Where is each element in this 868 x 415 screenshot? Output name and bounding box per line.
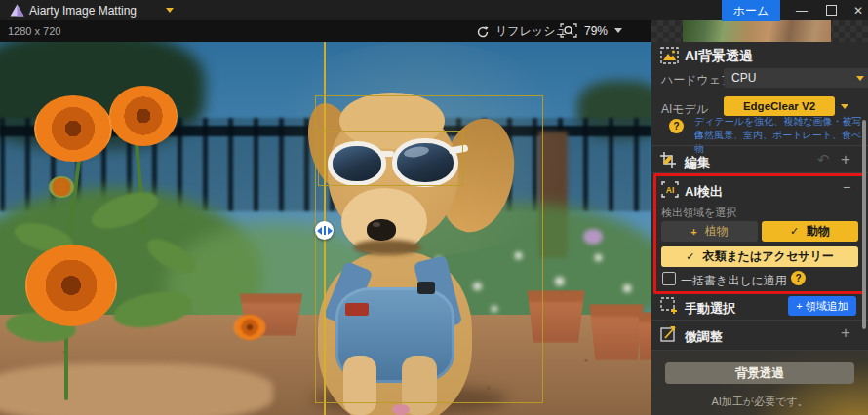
purple-flower: [583, 229, 603, 245]
chevron-down-icon: [856, 76, 864, 81]
zoom-chevron-icon: [614, 28, 622, 33]
compare-slider-handle[interactable]: [315, 221, 334, 240]
ai-model-chevron-icon[interactable]: [841, 104, 848, 109]
canvas-toolbar: 1280 x 720 リフレッシュ 79%: [0, 20, 651, 42]
edit-add-icon[interactable]: +: [841, 150, 850, 170]
plant-label: 植物: [705, 223, 729, 240]
zoom-magnifier-icon: [560, 23, 577, 38]
panel-title-bg-transparent: AI背景透過: [685, 48, 753, 65]
app-title: Aiarty Image Matting: [29, 4, 137, 18]
refresh-label: リフレッシュ: [495, 23, 568, 40]
plus-icon: +: [690, 226, 696, 238]
orange-flower: [25, 245, 117, 326]
handle-left-arrow-icon: [317, 227, 322, 235]
animal-label: 動物: [807, 223, 830, 240]
terracotta-pot: [638, 312, 651, 360]
model-help-icon[interactable]: ?: [669, 119, 684, 133]
handle-right-arrow-icon: [328, 227, 333, 235]
detect-animal-button[interactable]: ✓ 動物: [762, 221, 858, 242]
terracotta-pot: [587, 304, 646, 360]
app-window: Aiarty Image Matting ホーム — ✕ 1280 x 720 …: [0, 0, 868, 415]
maximize-icon: [826, 5, 837, 16]
minimize-button[interactable]: —: [790, 0, 813, 20]
undo-icon[interactable]: ↶: [817, 151, 830, 169]
fine-tune-add-icon[interactable]: +: [841, 323, 850, 343]
batch-export-label: 一括書き出しに適用: [681, 273, 787, 289]
svg-text:AI: AI: [666, 185, 675, 195]
ai-bg-transparent-icon: [660, 47, 679, 64]
title-menu-chevron-icon[interactable]: [166, 8, 174, 13]
refresh-icon: [476, 25, 490, 39]
section-title-manual-select: 手動選択: [685, 300, 735, 318]
image-dimensions: 1280 x 720: [8, 25, 60, 37]
detection-box-accessory[interactable]: [318, 131, 463, 186]
zoom-control[interactable]: 79%: [560, 23, 622, 38]
hardware-select[interactable]: CPU: [724, 68, 868, 88]
detect-plant-button[interactable]: + 植物: [661, 221, 758, 242]
section-title-ai-detect: AI検出: [685, 183, 723, 201]
edit-crop-icon: [659, 151, 678, 169]
manual-select-icon: [660, 297, 679, 315]
add-region-button[interactable]: + 領域追加: [788, 296, 856, 316]
handle-bar-icon: [324, 226, 326, 235]
hardware-label: ハードウェア: [661, 72, 732, 89]
batch-export-checkbox[interactable]: [662, 272, 676, 285]
title-bar: Aiarty Image Matting ホーム — ✕: [0, 0, 868, 20]
hardware-value: CPU: [731, 71, 756, 85]
divider: [651, 320, 868, 321]
batch-help-icon[interactable]: ?: [791, 271, 806, 285]
check-icon: ✓: [686, 250, 694, 263]
image-thumbnail-strip[interactable]: [651, 20, 868, 42]
puppy-paw-detail: [392, 404, 410, 415]
orange-flower: [109, 86, 178, 146]
right-sidebar: AI背景透過 ハードウェア CPU AIモデル EdgeClear V2 ? デ…: [651, 20, 868, 415]
close-button[interactable]: ✕: [847, 0, 868, 20]
fine-tune-icon: [660, 325, 678, 342]
ai-processing-note: AI加工が必要です。: [651, 395, 868, 409]
refresh-button[interactable]: リフレッシュ: [476, 23, 568, 40]
app-logo-icon: [10, 4, 24, 17]
section-title-edit: 編集: [685, 154, 710, 171]
maximize-button[interactable]: [819, 0, 843, 20]
flower-bud: [49, 176, 74, 198]
detect-clothing-button[interactable]: ✓ 衣類またはアクセサリー: [661, 246, 858, 267]
clothing-label: 衣類またはアクセサリー: [702, 248, 833, 265]
apply-panel: 背景透過 AI加工が必要です。: [651, 351, 868, 415]
zoom-level: 79%: [584, 24, 608, 38]
divider: [651, 145, 868, 146]
check-icon: ✓: [790, 225, 799, 238]
sidebar-scrollbar[interactable]: [862, 120, 866, 329]
foreground-dirt: [0, 363, 273, 415]
plus-icon: +: [796, 300, 802, 312]
home-button[interactable]: ホーム: [722, 0, 780, 21]
section-title-fine-tune: 微調整: [685, 328, 723, 346]
orange-flower: [234, 315, 265, 340]
detect-region-subtitle: 検出領域を選択: [661, 206, 736, 220]
add-region-label: 領域追加: [806, 299, 848, 314]
orange-flower: [34, 95, 112, 162]
ai-model-select[interactable]: EdgeClear V2: [724, 96, 835, 116]
image-thumbnail: [683, 20, 831, 42]
collapse-minus-icon[interactable]: −: [843, 179, 850, 195]
bg-transparent-apply-button[interactable]: 背景透過: [665, 362, 854, 384]
ai-detect-icon: AI: [661, 181, 679, 198]
